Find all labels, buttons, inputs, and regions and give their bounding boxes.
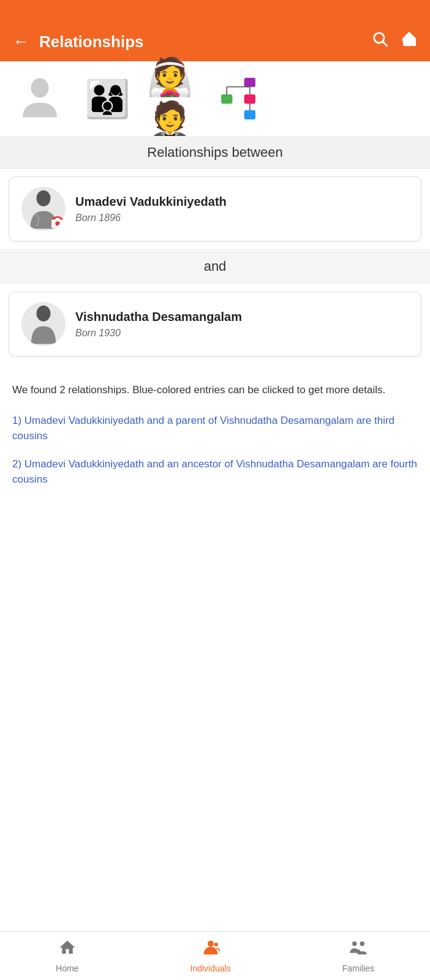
home-icon[interactable] <box>401 30 418 51</box>
person2-info: Vishnudatha Desamangalam Born 1930 <box>75 310 242 339</box>
page-title: Relationships <box>39 32 371 51</box>
results-section: We found 2 relationships. Blue-colored e… <box>0 364 430 512</box>
and-label: and <box>0 249 430 284</box>
person1-avatar <box>21 187 66 231</box>
results-summary: We found 2 relationships. Blue-colored e… <box>12 382 418 398</box>
person1-info: Umadevi Vadukkiniyedath Born 1896 <box>75 195 227 224</box>
person1-card: Umadevi Vadukkiniyedath Born 1896 <box>9 176 421 241</box>
svg-rect-6 <box>221 95 232 104</box>
nav-home-label: Home <box>56 963 78 973</box>
svg-line-1 <box>383 42 387 45</box>
svg-rect-7 <box>244 95 255 104</box>
svg-rect-5 <box>244 78 255 86</box>
nav-individuals-label: Individuals <box>190 963 231 973</box>
relationships-between-label: Relationships between <box>0 136 430 169</box>
nav-individuals-icon <box>202 938 220 961</box>
family-icon: 👨‍👩‍👦 <box>80 71 135 126</box>
app-header: ← Relationships <box>0 0 430 61</box>
svg-point-13 <box>36 190 50 206</box>
person-icon <box>12 71 67 126</box>
relationship-item-2[interactable]: 2) Umadevi Vadukkiniyedath and an ancest… <box>12 456 418 488</box>
person2-card: Vishnudatha Desamangalam Born 1930 <box>9 292 421 356</box>
svg-point-19 <box>360 941 364 946</box>
back-button[interactable]: ← <box>12 32 29 51</box>
svg-point-14 <box>55 221 59 225</box>
nav-families-label: Families <box>342 963 374 973</box>
couple-icon: 👰🤵 <box>147 71 202 126</box>
relationship-item-1[interactable]: 1) Umadevi Vadukkiniyedath and a parent … <box>12 413 418 444</box>
nav-families[interactable]: Families <box>342 938 374 973</box>
icon-row: 👨‍👩‍👦 👰🤵 <box>0 61 430 136</box>
person2-name: Vishnudatha Desamangalam <box>75 310 242 324</box>
person1-name: Umadevi Vadukkiniyedath <box>75 195 227 209</box>
svg-point-3 <box>31 78 49 97</box>
svg-rect-2 <box>407 41 412 45</box>
nav-home[interactable]: Home <box>56 938 78 973</box>
svg-point-18 <box>352 941 357 946</box>
svg-point-15 <box>36 306 50 322</box>
nav-families-icon <box>349 938 368 961</box>
svg-rect-8 <box>244 110 255 119</box>
svg-rect-4 <box>15 117 64 123</box>
svg-point-17 <box>214 943 217 946</box>
person2-born: Born 1930 <box>75 328 242 339</box>
tree-icon <box>214 71 270 126</box>
bottom-nav: Home Individuals Families <box>0 931 430 980</box>
nav-individuals[interactable]: Individuals <box>190 938 231 973</box>
header-icons <box>371 30 418 51</box>
person2-avatar <box>21 302 66 346</box>
search-icon[interactable] <box>371 30 388 51</box>
svg-point-16 <box>208 941 214 947</box>
camera-badge[interactable] <box>51 216 64 230</box>
nav-home-icon <box>58 938 77 961</box>
person1-born: Born 1896 <box>75 213 227 224</box>
